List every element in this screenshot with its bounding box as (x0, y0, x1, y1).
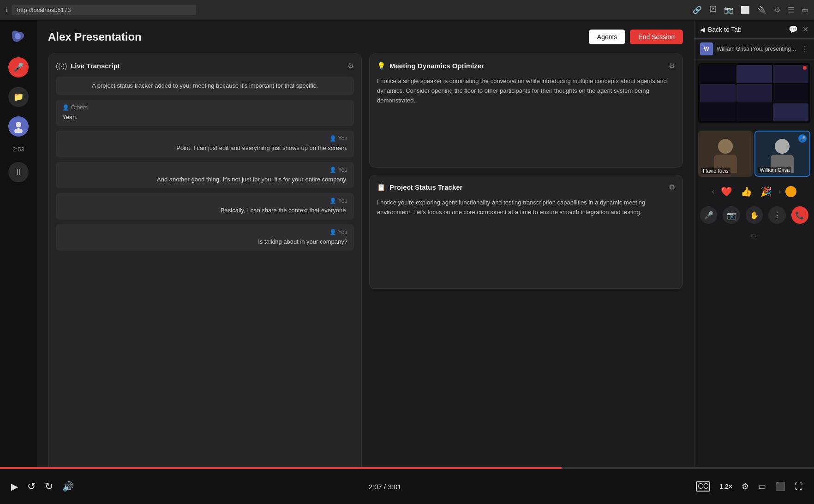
app-logo (8, 28, 29, 48)
preview-block (700, 84, 736, 102)
app-container: 🎤 📁 2:53 ⏸ Alex Presentation Agents End … (0, 20, 814, 504)
meeting-dynamics-title: Meeting Dynamics Optimizer (389, 62, 484, 70)
mic-button[interactable]: 🎤 (8, 57, 29, 78)
person-head (718, 139, 733, 154)
recording-indicator (803, 66, 807, 70)
play-icon: ▶ (11, 481, 18, 492)
meeting-dynamics-settings-icon[interactable]: ⚙ (669, 61, 675, 70)
reactions-next-button[interactable]: › (778, 187, 781, 196)
broadcast-icon: ((·)) (56, 62, 67, 70)
cc-icon: CC (696, 481, 710, 492)
sender-label: 👤 Others (62, 104, 347, 111)
main-content: Alex Presentation Agents End Session ((·… (37, 20, 694, 504)
video-thumb-flavio: Flavio Kicis (698, 131, 753, 177)
folder-button[interactable]: 📁 (8, 87, 29, 107)
play-button[interactable]: ▶ (11, 481, 18, 492)
reactions-prev-button[interactable]: ‹ (712, 187, 714, 196)
list-item: 👤 You Is talking about in your company? (56, 224, 354, 251)
heart-reaction-button[interactable]: ❤️ (719, 184, 734, 199)
pencil-area: ✏ (694, 228, 814, 244)
fullscreen-button[interactable]: ⛶ (795, 482, 803, 492)
list-icon: 📋 (377, 183, 386, 192)
speed-button[interactable]: 1.2× (719, 483, 732, 490)
left-sidebar: 🎤 📁 2:53 ⏸ (0, 20, 37, 504)
transcript-card-header: ((·)) Live Transcript ⚙ (56, 61, 354, 70)
mute-button[interactable]: 🎤 (700, 206, 717, 224)
list-item: 👤 Others Yeah. (56, 100, 354, 126)
person-head (775, 139, 790, 154)
msg-text: Is talking about in your company? (62, 237, 347, 246)
puzzle-icon[interactable]: 🔌 (757, 6, 766, 14)
meeting-dynamics-header: 💡 Meeting Dynamics Optimizer ⚙ (377, 61, 675, 70)
back-to-tab-button[interactable]: ◀ Back to Tab (700, 26, 742, 33)
fullscreen-icon: ⛶ (795, 482, 803, 492)
pip-button[interactable]: ⬛ (775, 481, 785, 492)
project-tracker-settings-icon[interactable]: ⚙ (669, 183, 675, 192)
participant-row: W William Grisa (You, presenting, ann...… (694, 39, 814, 60)
tab-icon[interactable]: ⬜ (741, 6, 750, 14)
video-participant-name: Flavio Kicis (701, 168, 730, 174)
skip-forward-button[interactable]: ↻ (45, 480, 53, 492)
preview-block (773, 84, 808, 102)
current-time: 2:07 (369, 483, 382, 491)
transcript-card: ((·)) Live Transcript ⚙ A project status… (48, 54, 362, 495)
svg-point-0 (16, 122, 21, 127)
list-item: 👤 You Basically, I can share the context… (56, 193, 354, 220)
menu-icon[interactable]: ☰ (788, 6, 794, 14)
close-panel-icon[interactable]: ✕ (802, 25, 808, 34)
svg-point-1 (14, 128, 23, 133)
screenshot-icon[interactable]: 🖼 (709, 6, 717, 14)
progress-bar[interactable] (0, 467, 814, 469)
project-tracker-title-row: 📋 Project Status Tracker (377, 183, 462, 192)
captions-button[interactable]: CC (696, 481, 710, 492)
pip-icon: ⬛ (775, 481, 785, 492)
transcript-settings-icon[interactable]: ⚙ (347, 61, 354, 70)
skip-forward-icon: ↻ (45, 480, 53, 492)
thumbsup-reaction-button[interactable]: 👍 (739, 184, 754, 199)
window-icon[interactable]: ▭ (802, 6, 808, 14)
user-avatar[interactable] (8, 116, 29, 137)
preview-block (700, 103, 736, 121)
video-toggle-button[interactable]: 📷 (723, 206, 740, 224)
bottom-controls: ▶ ↺ ↻ 🔊 2:07 / 3:01 CC 1.2× (0, 467, 814, 504)
end-session-button[interactable]: End Session (630, 30, 683, 44)
project-tracker-card: 📋 Project Status Tracker ⚙ I notice you'… (369, 175, 683, 289)
video-participant-name: William Grisa (758, 167, 792, 173)
sender-label: 👤 You (62, 198, 347, 204)
agents-button[interactable]: Agents (589, 30, 626, 44)
raise-hand-button[interactable]: ✋ (746, 206, 763, 224)
list-item: 👤 You And another good thing. It's not j… (56, 162, 354, 189)
url-bar[interactable]: http://localhost:5173 (12, 5, 196, 15)
header-buttons: Agents End Session (589, 30, 683, 44)
settings-button[interactable]: ⚙ (742, 481, 749, 492)
right-panel: ◀ Back to Tab 💬 ✕ W William Grisa (You, … (694, 20, 814, 504)
project-tracker-content: I notice you're exploring agent function… (377, 198, 675, 217)
settings-icon[interactable]: ⚙ (774, 6, 780, 14)
end-call-button[interactable]: 📞 (791, 206, 808, 224)
transcript-title-row: ((·)) Live Transcript (56, 62, 120, 70)
bookmark-icon[interactable]: 🔗 (693, 6, 702, 14)
list-item: 👤 You Point. I can just edit and everyth… (56, 131, 354, 157)
system-msg-text: A project status tracker added to your m… (62, 81, 347, 90)
theater-icon: ▭ (758, 481, 766, 492)
skip-back-button[interactable]: ↺ (27, 480, 36, 492)
msg-text: Point. I can just edit and everything ju… (62, 144, 347, 153)
camera-icon[interactable]: 📷 (724, 6, 733, 14)
right-panel-header: ◀ Back to Tab 💬 ✕ (694, 20, 814, 39)
party-reaction-button[interactable]: 🎉 (759, 184, 774, 199)
panel-header-icons: 💬 ✕ (789, 25, 808, 34)
participant-more-icon[interactable]: ⋮ (801, 45, 808, 54)
more-options-button[interactable]: ⋮ (768, 206, 785, 224)
page-title: Alex Presentation (48, 30, 142, 43)
theater-mode-button[interactable]: ▭ (758, 481, 766, 492)
sender-label: 👤 You (62, 229, 347, 235)
info-icon: ℹ (6, 6, 8, 13)
volume-icon: 🔊 (62, 481, 74, 492)
pause-button[interactable]: ⏸ (8, 162, 29, 182)
preview-block (736, 103, 772, 121)
back-arrow-icon: ◀ (700, 26, 705, 33)
chat-icon[interactable]: 💬 (789, 25, 798, 34)
volume-button[interactable]: 🔊 (62, 481, 74, 492)
meeting-controls: 🎤 📷 ✋ ⋮ 📞 (694, 203, 814, 228)
msg-text: And another good thing. It's not just fo… (62, 175, 347, 184)
